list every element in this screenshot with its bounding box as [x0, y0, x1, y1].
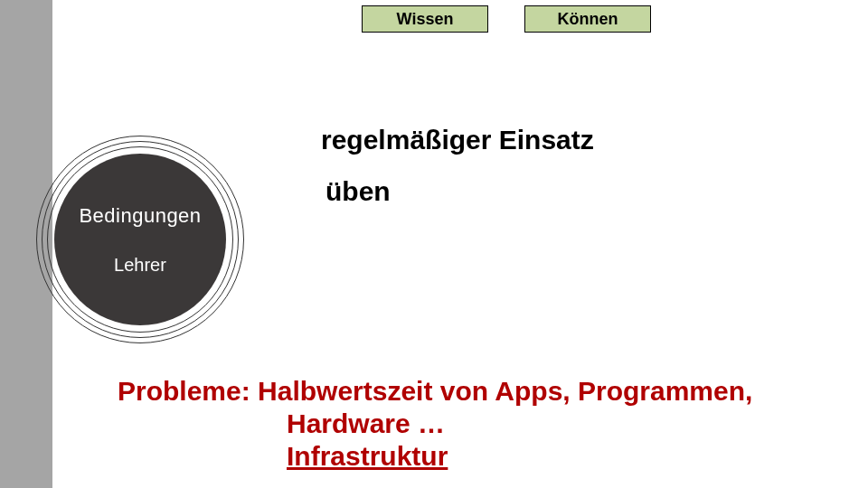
circle-label-top: Bedingungen [36, 204, 244, 228]
content-line-1: regelmäßiger Einsatz [321, 125, 594, 155]
circle-label-bottom: Lehrer [36, 255, 244, 276]
circle-graphic: Bedingungen Lehrer [36, 136, 244, 343]
tag-koennen-label: Können [558, 10, 618, 29]
tag-wissen-label: Wissen [397, 10, 454, 29]
tag-koennen: Können [524, 5, 651, 33]
problems-block: Probleme: Halbwertszeit von Apps, Progra… [118, 375, 832, 473]
content-line-2: üben [326, 176, 391, 207]
problems-line-2: Hardware … [118, 408, 832, 440]
circle-disc [54, 154, 226, 325]
slide: Wissen Können Bedingungen Lehrer regelmä… [0, 0, 868, 488]
tag-wissen: Wissen [362, 5, 488, 33]
problems-line-1: Probleme: Halbwertszeit von Apps, Progra… [118, 376, 752, 406]
problems-line-3: Infrastruktur [118, 440, 832, 473]
